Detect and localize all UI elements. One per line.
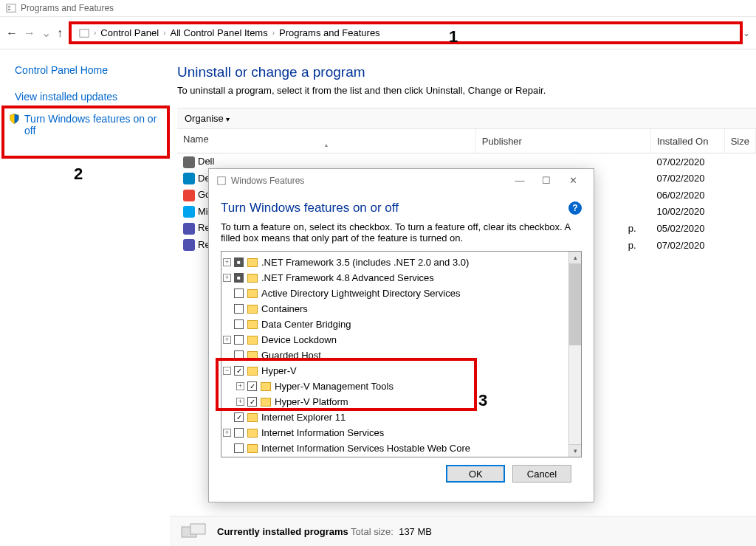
feature-row[interactable]: +Device Lockdown	[223, 332, 567, 348]
feature-checkbox[interactable]	[247, 381, 257, 391]
feature-row[interactable]: +.NET Framework 4.8 Advanced Services	[223, 270, 567, 286]
status-value: 137 MB	[399, 526, 432, 537]
expand-toggle	[223, 413, 231, 421]
minimize-button[interactable]: —	[506, 175, 533, 186]
feature-checkbox[interactable]	[234, 443, 244, 453]
dialog-description: To turn a feature on, select its checkbo…	[221, 221, 582, 243]
feature-label: Data Center Bridging	[261, 319, 351, 330]
feature-checkbox[interactable]	[234, 319, 244, 329]
col-name[interactable]: Name▴	[177, 129, 475, 153]
col-size[interactable]: Size	[724, 129, 755, 153]
feature-checkbox[interactable]	[234, 412, 244, 422]
feature-label: .NET Framework 4.8 Advanced Services	[261, 272, 434, 283]
expand-toggle[interactable]: +	[236, 398, 244, 406]
feature-label: Guarded Host	[261, 350, 321, 361]
expand-toggle[interactable]: +	[223, 258, 231, 266]
feature-row[interactable]: Active Directory Lightweight Directory S…	[223, 286, 567, 301]
expand-toggle	[223, 289, 231, 297]
feature-row[interactable]: Internet Explorer 11	[223, 410, 567, 425]
feature-checkbox[interactable]	[234, 273, 244, 283]
help-icon[interactable]: ?	[568, 201, 582, 215]
sidebar-updates-link[interactable]: View installed updates	[15, 91, 170, 103]
svg-rect-1	[8, 6, 11, 7]
windows-features-dialog: Windows Features — ☐ ✕ Turn Windows feat…	[208, 168, 594, 502]
expand-toggle[interactable]: +	[223, 336, 231, 344]
organise-button[interactable]: Organise	[185, 113, 230, 124]
feature-row[interactable]: +Hyper-V Management Tools	[223, 379, 567, 394]
feature-label: .NET Framework 3.5 (includes .NET 2.0 an…	[261, 257, 469, 268]
status-bar: Currently installed programs Total size:…	[170, 516, 756, 546]
folder-icon	[247, 289, 258, 298]
address-dropdown-icon[interactable]: ⌄	[743, 28, 750, 38]
col-publisher[interactable]: Publisher	[475, 129, 650, 153]
breadcrumb[interactable]: › Control Panel › All Control Panel Item…	[69, 21, 743, 44]
feature-row[interactable]: +.NET Framework 3.5 (includes .NET 2.0 a…	[223, 255, 567, 270]
feature-checkbox[interactable]	[234, 258, 244, 267]
feature-checkbox[interactable]	[234, 288, 244, 298]
feature-row[interactable]: Data Center Bridging	[223, 317, 567, 332]
expand-toggle[interactable]: +	[236, 382, 244, 390]
feature-checkbox[interactable]	[234, 366, 244, 376]
feature-row[interactable]: Internet Information Services Hostable W…	[223, 440, 567, 456]
expand-toggle	[223, 305, 231, 313]
status-label: Currently installed programs	[217, 526, 348, 537]
feature-checkbox[interactable]	[234, 428, 244, 438]
feature-row[interactable]: Guarded Host	[223, 348, 567, 363]
folder-icon	[247, 413, 258, 422]
folder-icon	[261, 398, 271, 407]
scroll-thumb[interactable]	[569, 264, 581, 345]
expand-toggle	[223, 444, 231, 452]
chevron-right-icon: ›	[94, 29, 96, 37]
nav-recent-dropdown[interactable]: ⌄	[41, 26, 51, 40]
folder-icon	[247, 305, 258, 314]
sidebar-features-link[interactable]: Turn Windows features on or off	[1, 106, 170, 159]
breadcrumb-item[interactable]: Control Panel	[100, 27, 159, 38]
callout-3: 3	[478, 391, 487, 410]
expand-toggle[interactable]: +	[223, 274, 231, 282]
expand-toggle	[223, 351, 231, 359]
feature-checkbox[interactable]	[234, 335, 244, 345]
nav-back[interactable]: ←	[6, 27, 18, 40]
svg-rect-6	[190, 524, 205, 534]
dialog-titlebar[interactable]: Windows Features — ☐ ✕	[209, 169, 594, 192]
cancel-button[interactable]: Cancel	[512, 465, 571, 483]
scroll-down-icon[interactable]: ▾	[569, 444, 581, 457]
nav-forward[interactable]: →	[24, 27, 35, 40]
col-installed[interactable]: Installed On	[651, 129, 725, 153]
feature-label: Internet Information Services Hostable W…	[261, 443, 470, 454]
expand-toggle[interactable]: +	[223, 429, 231, 437]
feature-label: Active Directory Lightweight Directory S…	[261, 288, 460, 299]
folder-icon	[247, 367, 258, 376]
dialog-heading: Turn Windows features on or off ?	[221, 201, 582, 215]
close-button[interactable]: ✕	[560, 175, 586, 186]
dialog-title: Windows Features	[231, 176, 506, 186]
expand-toggle[interactable]: −	[223, 367, 231, 375]
feature-row[interactable]: +Internet Information Services	[223, 425, 567, 440]
callout-2: 2	[74, 165, 229, 184]
feature-row[interactable]: +Hyper-V Platform	[223, 394, 567, 410]
sidebar-features-label[interactable]: Turn Windows features on or off	[24, 113, 162, 136]
shield-icon	[9, 113, 20, 125]
page-subtext: To uninstall a program, select it from t…	[177, 85, 756, 96]
sidebar-home-link[interactable]: Control Panel Home	[15, 64, 170, 76]
ok-button[interactable]: OK	[446, 465, 505, 483]
feature-label: Hyper-V Platform	[275, 396, 348, 407]
chevron-right-icon: ›	[163, 29, 165, 37]
nav-up[interactable]: ↑	[57, 27, 63, 40]
nav-row: ← → ⌄ ↑ › Control Panel › All Control Pa…	[0, 17, 756, 49]
control-panel-icon	[6, 3, 16, 13]
breadcrumb-item[interactable]: All Control Panel Items	[170, 27, 267, 38]
svg-rect-3	[80, 29, 89, 37]
feature-row[interactable]: −Hyper-V	[223, 363, 567, 379]
feature-checkbox[interactable]	[234, 350, 244, 360]
folder-icon	[247, 274, 258, 283]
scrollbar[interactable]: ▴ ▾	[568, 252, 581, 457]
folder-icon	[247, 444, 258, 453]
scroll-up-icon[interactable]: ▴	[569, 252, 581, 264]
breadcrumb-item[interactable]: Programs and Features	[279, 27, 380, 38]
feature-checkbox[interactable]	[247, 397, 257, 407]
feature-checkbox[interactable]	[234, 304, 244, 314]
maximize-button[interactable]: ☐	[533, 175, 560, 186]
feature-row[interactable]: Containers	[223, 301, 567, 317]
folder-icon	[247, 320, 258, 329]
